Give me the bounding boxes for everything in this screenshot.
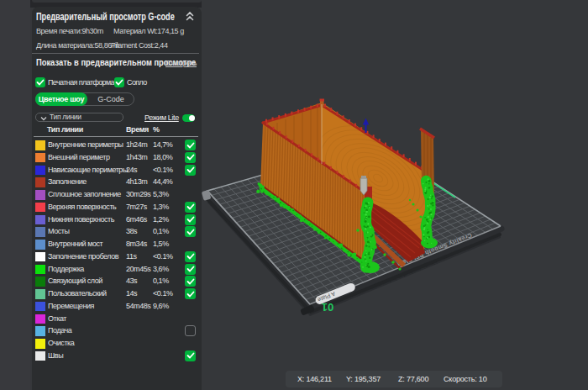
svg-text:01: 01 (322, 301, 333, 314)
